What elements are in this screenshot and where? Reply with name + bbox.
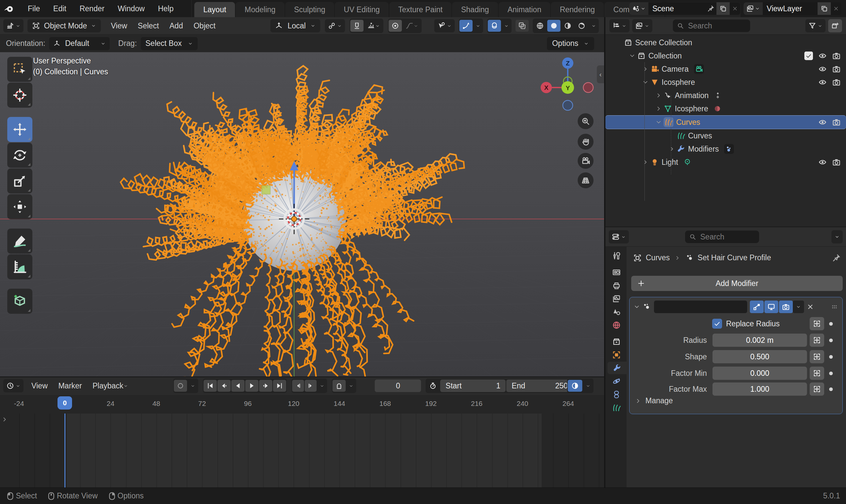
drag-dropdown[interactable]: Select Box: [141, 37, 198, 50]
snap-settings-dropdown[interactable]: [364, 20, 383, 32]
outliner-row-curves[interactable]: Curves: [605, 115, 846, 129]
navigation-gizmo[interactable]: Z X Y: [539, 55, 597, 113]
factor-min-slider[interactable]: 0.000: [712, 366, 807, 380]
properties-options-dropdown[interactable]: [831, 230, 843, 244]
collapse-icon[interactable]: [640, 79, 650, 86]
attribute-toggle-button[interactable]: [810, 317, 824, 330]
disable-render-toggle[interactable]: [832, 118, 841, 126]
proportional-editing-toggle[interactable]: [389, 20, 402, 32]
previous-keyframe-button[interactable]: [217, 380, 231, 392]
show-gizmos-toggle[interactable]: [459, 20, 473, 32]
menu-render[interactable]: Render: [73, 0, 111, 17]
animate-decorator[interactable]: [829, 322, 833, 326]
drag-handle-icon[interactable]: [830, 303, 839, 311]
timeline-tracks[interactable]: [0, 414, 604, 488]
properties-tab-modifiers[interactable]: [607, 362, 627, 374]
view-layer-name[interactable]: ViewLayer: [763, 4, 817, 13]
hide-viewport-toggle[interactable]: [818, 65, 827, 73]
outliner-editor-type-button[interactable]: [610, 19, 630, 32]
timeline-menu-marker[interactable]: Marker: [53, 381, 87, 390]
outliner-filter-dropdown[interactable]: [805, 19, 826, 32]
modifier-extras-dropdown[interactable]: [793, 301, 804, 313]
scene-name[interactable]: Scene: [648, 4, 705, 13]
disable-render-toggle[interactable]: [832, 78, 841, 87]
animate-decorator[interactable]: [829, 372, 833, 375]
collapse-modifier-icon[interactable]: [634, 304, 640, 310]
axis-z-neg-handle[interactable]: [563, 101, 573, 110]
next-keyframe-button[interactable]: [259, 380, 272, 392]
outliner-row-modifiers[interactable]: Modifiers: [605, 142, 846, 156]
scene-browse-button[interactable]: [629, 2, 648, 15]
collapse-icon[interactable]: [654, 119, 664, 126]
jump-to-end-button[interactable]: [273, 380, 286, 392]
playhead-line[interactable]: [65, 414, 66, 488]
menu-edit[interactable]: Edit: [47, 0, 73, 17]
end-frame-field[interactable]: End 250: [506, 379, 573, 392]
tool-transform-button[interactable]: [7, 194, 32, 219]
shading-solid-button[interactable]: [547, 20, 561, 32]
shading-wireframe-button[interactable]: [533, 20, 547, 32]
properties-tab-scene[interactable]: [606, 306, 627, 318]
new-collection-button[interactable]: [828, 19, 842, 32]
outliner-row-icosphere[interactable]: Icosphere: [605, 102, 846, 115]
timeline-overlays-dropdown[interactable]: [583, 380, 593, 392]
new-view-layer-button[interactable]: [817, 2, 831, 15]
breadcrumb-modifier[interactable]: Set Hair Curve Profile: [698, 253, 771, 262]
workspace-tab-layout[interactable]: Layout: [194, 2, 235, 17]
viewport-canvas[interactable]: User Perspective (0) Collection | Curves…: [0, 52, 604, 377]
axis-y-handle[interactable]: Y: [562, 81, 574, 94]
auto-keyframe-toggle[interactable]: [174, 380, 187, 392]
sidebar-collapse-arrow[interactable]: ‹: [597, 66, 604, 83]
previous-frame-button[interactable]: [292, 380, 304, 392]
shading-dropdown[interactable]: [589, 20, 598, 32]
properties-search-input[interactable]: [700, 232, 754, 242]
view-layer-browse-button[interactable]: [743, 2, 763, 15]
gizmos-dropdown[interactable]: [473, 20, 482, 32]
blender-logo-icon[interactable]: [0, 3, 18, 14]
workspace-tab-modeling[interactable]: Modeling: [236, 2, 284, 17]
hide-viewport-toggle[interactable]: [818, 78, 827, 87]
collapse-icon[interactable]: [627, 53, 637, 59]
tool-scale-button[interactable]: [7, 168, 32, 194]
add-modifier-button[interactable]: Add Modifier: [631, 276, 843, 291]
snap-toggle[interactable]: [350, 20, 364, 32]
timeline-ruler[interactable]: -240244872961201441681922162402640: [0, 395, 604, 414]
attribute-toggle-button[interactable]: [810, 334, 824, 347]
viewport-menu-select[interactable]: Select: [133, 21, 164, 30]
breadcrumb-object[interactable]: Curves: [646, 253, 670, 262]
menu-window[interactable]: Window: [111, 0, 151, 17]
play-reverse-button[interactable]: [231, 380, 245, 392]
tool-select-box-button[interactable]: [7, 57, 32, 82]
properties-tab-world[interactable]: [606, 319, 627, 331]
jump-to-start-button[interactable]: [204, 380, 217, 392]
disable-render-toggle[interactable]: [832, 52, 841, 60]
workspace-tab-uv-editing[interactable]: UV Editing: [335, 2, 389, 17]
tool-annotate-button[interactable]: [7, 229, 32, 254]
transform-orientation-dropdown[interactable]: Local: [270, 19, 320, 32]
timeline-snap-toggle[interactable]: [332, 380, 346, 392]
play-button[interactable]: [245, 380, 259, 392]
modifier-realtime-toggle[interactable]: [764, 301, 778, 313]
expand-icon[interactable]: [640, 159, 650, 165]
frame-step-dropdown[interactable]: [317, 380, 327, 392]
editor-divider[interactable]: [604, 17, 605, 487]
tool-add-cube-button[interactable]: [7, 289, 32, 314]
pan-button[interactable]: [578, 134, 594, 150]
disable-render-toggle[interactable]: [832, 65, 841, 73]
properties-tab-tool[interactable]: [606, 249, 627, 262]
expand-icon[interactable]: [667, 146, 677, 152]
mode-dropdown[interactable]: Object Mode: [28, 19, 101, 32]
attribute-toggle-button[interactable]: [810, 382, 824, 396]
modifier-name-field[interactable]: [654, 301, 747, 313]
workspace-tab-animation[interactable]: Animation: [499, 2, 550, 17]
hide-viewport-toggle[interactable]: [818, 158, 827, 166]
overlays-dropdown[interactable]: [501, 20, 511, 32]
editor-type-button[interactable]: [3, 19, 23, 32]
pin-scene-icon[interactable]: [705, 5, 717, 12]
outliner-display-mode-dropdown[interactable]: [632, 19, 652, 32]
workspace-tab-rendering[interactable]: Rendering: [551, 2, 604, 17]
properties-tab-output[interactable]: [606, 279, 627, 292]
playhead[interactable]: 0: [57, 396, 72, 410]
next-frame-button[interactable]: [305, 380, 317, 392]
disable-render-toggle[interactable]: [832, 158, 841, 166]
